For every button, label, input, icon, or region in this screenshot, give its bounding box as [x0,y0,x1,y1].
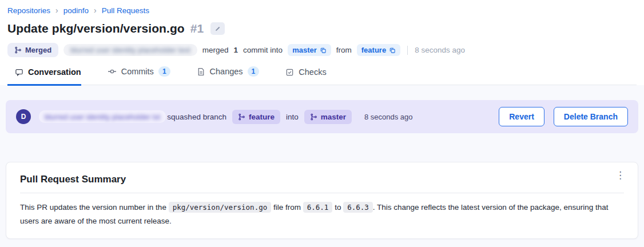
pr-content: D blurred user identity placeholder txt … [0,85,644,247]
breadcrumb-separator: › [55,6,58,15]
revert-button[interactable]: Revert [499,107,544,126]
tab-label: Checks [299,67,326,77]
target-branch-chip[interactable]: master [304,110,352,124]
tab-changes[interactable]: Changes 1 [197,66,260,86]
target-branch-chip[interactable]: master [288,44,331,56]
copy-icon[interactable] [320,47,327,54]
merged-label: merged [202,46,229,54]
pr-meta-row: Merged blurred user identity placeholder… [7,43,637,57]
kebab-menu-icon[interactable]: ⋮ [615,170,625,180]
tab-commits[interactable]: Commits 1 [108,66,170,86]
merge-event-banner: D blurred user identity placeholder txt … [6,100,638,133]
pr-summary-card: Pull Request Summary ⋮ This PR updates t… [6,162,638,239]
inline-code: 6.6.3 [343,202,373,213]
git-merge-icon [310,113,317,121]
banner-actions: Revert Delete Branch [499,107,628,126]
pr-header: Repositories › podinfo › Pull Requests U… [0,0,644,85]
summary-title: Pull Request Summary [20,174,624,193]
breadcrumb: Repositories › podinfo › Pull Requests [7,6,637,15]
checklist-icon [285,68,294,77]
tab-label: Commits [121,67,154,76]
tab-conversation[interactable]: Conversation [7,67,81,86]
avatar: D [16,109,31,124]
git-merge-icon [238,113,245,121]
author-redacted: blurred user identity placeholder txt [39,110,166,123]
breadcrumb-repositories[interactable]: Repositories [7,6,50,15]
tab-label: Conversation [28,67,81,77]
pr-tabbar: Conversation Commits 1 Changes 1 [7,66,637,85]
source-branch-chip[interactable]: feature [232,110,280,124]
pr-number: #1 [190,22,204,35]
merge-timestamp: 8 seconds ago [364,113,413,121]
tab-checks[interactable]: Checks [285,67,326,86]
delete-branch-button[interactable]: Delete Branch [554,107,628,126]
tab-label: Changes [210,67,243,76]
commit-icon [108,67,117,76]
inline-code: pkg/version/version.go [169,202,272,213]
divider [407,46,408,55]
summary-body: This PR updates the version number in th… [20,201,615,228]
target-branch-name: master [292,46,317,54]
from-label: from [336,46,352,54]
author-redacted-text: blurred user identity placeholder txt [45,113,160,121]
commit-count: 1 [234,46,238,54]
author-redacted: blurred user identity placeholder text [63,44,197,56]
page-title: Update pkg/version/version.go [7,22,185,35]
git-merge-icon [14,46,22,54]
pencil-icon [214,25,221,32]
edit-title-button[interactable] [210,22,225,35]
source-branch-name: feature [249,113,275,121]
comment-icon [15,68,23,77]
copy-icon[interactable] [389,47,396,54]
target-branch-name: master [321,113,346,121]
commits-count-badge: 1 [158,66,170,77]
file-diff-icon [197,67,205,76]
source-branch-chip[interactable]: feature [357,44,400,56]
status-badge: Merged [7,43,58,57]
breadcrumb-podinfo[interactable]: podinfo [63,6,89,15]
commit-into-label: commit into [243,46,283,54]
title-row: Update pkg/version/version.go #1 [7,22,637,35]
merged-timestamp: 8 seconds ago [415,46,465,54]
inline-code: 6.6.1 [303,202,333,213]
author-redacted-text: blurred user identity placeholder text [70,46,190,54]
merge-action-label: squashed branch [167,113,226,121]
breadcrumb-separator: › [94,6,97,15]
breadcrumb-pull-requests[interactable]: Pull Requests [102,6,149,15]
changes-count-badge: 1 [248,66,260,77]
source-branch-name: feature [361,46,386,54]
into-label: into [286,113,299,121]
status-badge-label: Merged [25,46,51,54]
